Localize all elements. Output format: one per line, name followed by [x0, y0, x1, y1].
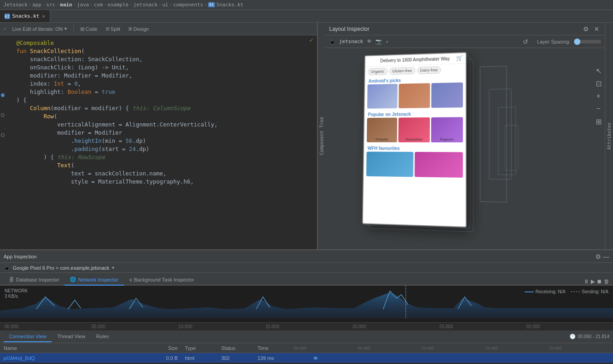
breakpoint-indicator: [1, 93, 5, 97]
sync-check-icon: ✓: [310, 36, 313, 44]
code-text: .padding(start = 24.dp): [16, 145, 313, 153]
code-text: index: Int = 0,: [16, 80, 313, 88]
breadcrumb-item[interactable]: main: [60, 2, 73, 8]
breadcrumb-item[interactable]: jetsnack: [133, 2, 157, 8]
breadcrumb-item[interactable]: ui: [162, 2, 168, 8]
device-screen-icon: 📱: [4, 265, 10, 271]
col-header-size: Size: [145, 345, 181, 351]
section-title-popular: Popular on Jetsnack: [365, 109, 466, 118]
code-text: @Composable: [16, 39, 313, 47]
tab-rules[interactable]: Rules: [91, 331, 114, 342]
code-text: .heightIn(min = 56.dp): [16, 137, 313, 145]
layer-spacing-slider[interactable]: [574, 40, 601, 44]
side-layer-4: [505, 125, 518, 170]
file-tab-snacks[interactable]: kt Snacks.kt ×: [0, 10, 50, 22]
line-number: [0, 170, 16, 178]
split-view-button[interactable]: ⊟ Split: [103, 25, 123, 33]
export-icon[interactable]: ↗: [385, 39, 389, 44]
live-edit-label: Live Edit of literals: ON: [12, 26, 63, 32]
breadcrumb-sep: ›: [73, 2, 76, 8]
live-view-icon[interactable]: 👁: [367, 39, 372, 44]
delivery-header: Delivery to 1600 Amphitheater Way: [380, 56, 450, 63]
tl-tick-4: 20.000: [549, 346, 613, 350]
dropdown-icon[interactable]: ▾: [112, 265, 114, 270]
screen-grid-wfh: [364, 151, 466, 180]
dimensions-tool[interactable]: ⊡: [594, 79, 603, 88]
breadcrumb-item[interactable]: src: [46, 2, 55, 8]
time-range: 🕐 00.060 - 21.814: [569, 334, 609, 340]
zoom-out-tool[interactable]: −: [594, 104, 603, 113]
breadcrumb-item[interactable]: components: [173, 2, 203, 8]
cursor-tool[interactable]: ↖: [594, 66, 603, 75]
line-number: [0, 153, 16, 161]
line-number: [0, 63, 16, 72]
settings-button[interactable]: ⚙: [581, 24, 590, 34]
cart-icon: 🛒: [456, 55, 463, 61]
grid-item-wfh2: [414, 152, 463, 178]
code-text: snackCollection: SnackCollection,: [16, 55, 313, 63]
line-number: [0, 145, 16, 153]
time-tick-5: 25.000: [439, 324, 526, 329]
tab-background-task-inspector[interactable]: ≡ Background Task Inspector: [124, 275, 199, 286]
fit-tool[interactable]: ⊞: [594, 117, 603, 126]
code-line: Text(: [0, 161, 317, 170]
attributes-panel[interactable]: Attributes: [605, 23, 613, 249]
network-svg: [0, 286, 613, 318]
design-view-button[interactable]: ⊞ Design: [126, 25, 151, 33]
pause-button[interactable]: ⏸: [584, 278, 589, 285]
breadcrumb-file[interactable]: kt Snacks.kt: [208, 2, 243, 8]
time-tick-4: 20.000: [352, 324, 439, 329]
stop-button[interactable]: ⏹: [597, 278, 602, 285]
resume-button[interactable]: ▶: [591, 278, 595, 285]
tab-thread-view[interactable]: Thread View: [52, 331, 91, 342]
tab-label: Thread View: [57, 334, 85, 339]
code-line: modifier: Modifier = Modifier,: [0, 72, 317, 80]
time-tick-0: 00.000: [5, 324, 92, 329]
tab-connection-view[interactable]: Connection View: [4, 331, 52, 342]
minimize-button[interactable]: —: [603, 253, 609, 260]
breadcrumb-sep: ›: [90, 2, 93, 8]
clear-button[interactable]: 🗑: [604, 278, 609, 285]
tl-tick-2: 10.000: [422, 346, 486, 350]
tab-close-icon[interactable]: ×: [42, 13, 45, 19]
filter-chip[interactable]: Dairy-free: [417, 66, 441, 74]
code-view-button[interactable]: ▤ Code: [78, 25, 100, 33]
line-number: [0, 55, 16, 63]
breadcrumb-item[interactable]: java: [77, 2, 89, 8]
network-icon: 🌐: [70, 277, 76, 282]
live-edit-button[interactable]: Live Edit of literals: ON ▾: [10, 25, 70, 33]
filter-chip[interactable]: Organic: [368, 68, 388, 76]
component-tree-panel[interactable]: Component Tree: [317, 23, 326, 249]
code-text: text = snackCollection.name,: [16, 170, 313, 178]
inspector-title: Layout Inspector: [329, 26, 370, 32]
code-line: fun SnackCollection(: [0, 47, 317, 55]
refresh-icon[interactable]: ↺: [521, 37, 530, 46]
code-view-label: Code: [86, 26, 97, 32]
zoom-in-tool[interactable]: +: [594, 92, 603, 101]
bottom-panel: App Inspection ⚙ — 📱 Google Pixel 6 Pro …: [0, 249, 613, 364]
database-icon: 🗄: [9, 277, 14, 282]
col-header-timeline: 00.000 05.000 10.000 15.000 20.000: [290, 346, 613, 350]
breadcrumb-item[interactable]: Jetsnack: [4, 2, 28, 8]
row-size: 0.0 B: [145, 355, 181, 361]
tab-network-inspector[interactable]: 🌐 Network Inspector: [64, 274, 124, 286]
line-number: [0, 178, 16, 186]
settings-bottom-button[interactable]: ⚙: [595, 253, 601, 260]
code-line: onSnackClick: (Long) -> Unit,: [0, 63, 317, 72]
table-row[interactable]: pGM4sjt_BdQ 0.0 B html 302 139 ms: [0, 353, 613, 363]
filter-chip[interactable]: Gluten-free: [389, 67, 415, 75]
breadcrumb-item[interactable]: app: [33, 2, 42, 8]
code-line: verticalAlignment = Alignment.CenterVert…: [0, 121, 317, 129]
section-title-wfh: WFH favourites: [364, 144, 466, 152]
item-label: Popcorn: [431, 137, 463, 141]
tab-database-inspector[interactable]: 🗄 Database Inspector: [4, 275, 64, 286]
inspector-tab-controls: ⏸ ▶ ⏹ 🗑: [584, 278, 609, 285]
close-button[interactable]: ✕: [592, 24, 601, 34]
capture-icon[interactable]: 📷: [375, 39, 382, 44]
row-status: 302: [218, 355, 254, 361]
row-timeline: [290, 353, 613, 363]
inspector-panel: Layout Inspector ⚙ ✕ 📱 jetsnack 👁 📷 ↗ ↺ …: [326, 23, 605, 249]
breadcrumb-item[interactable]: example: [107, 2, 128, 8]
breadcrumb-item[interactable]: com: [94, 2, 103, 8]
time-tick-3: 15.000: [265, 324, 352, 329]
